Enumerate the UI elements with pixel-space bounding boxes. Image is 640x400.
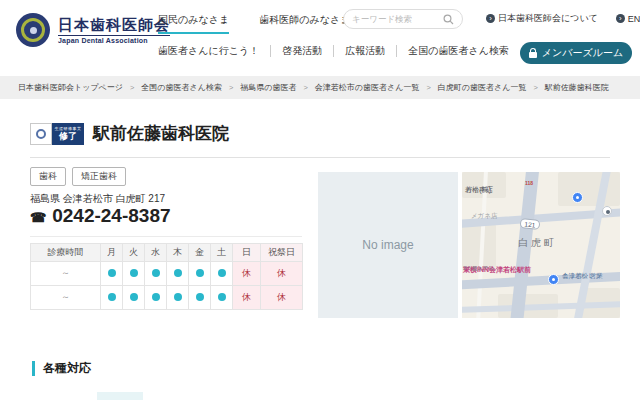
training-completion-badge: 生涯研修事業 修了 bbox=[30, 123, 84, 145]
phone-icon bbox=[30, 205, 46, 227]
map-district-label: 白虎町 bbox=[518, 236, 557, 250]
hours-row: ～ 休 休 bbox=[31, 286, 303, 310]
jda-emblem-icon bbox=[16, 13, 50, 47]
no-image-label: No image bbox=[362, 238, 413, 252]
hours-time-cell: ～ bbox=[31, 262, 101, 286]
lock-icon bbox=[529, 52, 537, 58]
hours-header: 診療時間 bbox=[31, 244, 101, 262]
map-route-118-label: 118 bbox=[525, 180, 533, 186]
open-dot-icon bbox=[174, 269, 182, 277]
primary-nav: 国民のみなさま 歯科医師のみなさま bbox=[158, 13, 350, 34]
hours-header: 木 bbox=[167, 244, 189, 262]
badge-emblem-circle bbox=[36, 129, 46, 139]
open-cell bbox=[167, 262, 189, 286]
breadcrumb-link-city[interactable]: 会津若松市の歯医者さん一覧 bbox=[315, 82, 420, 93]
nav-divider bbox=[396, 45, 397, 57]
members-room-label: メンバーズルーム bbox=[542, 46, 623, 60]
hours-header: 土 bbox=[211, 244, 233, 262]
open-dot-icon bbox=[218, 293, 226, 301]
section-title: 各種対応 bbox=[43, 360, 91, 377]
breadcrumb-separator: > bbox=[229, 83, 233, 92]
breadcrumb-link-town[interactable]: 白虎町の歯医者さん一覧 bbox=[438, 82, 527, 93]
map-poi-icon[interactable] bbox=[548, 274, 559, 285]
site-header: 日本歯科医師会 Japan Dental Association 国民のみなさま… bbox=[0, 0, 640, 76]
members-room-button[interactable]: メンバーズルーム bbox=[520, 42, 632, 64]
hours-row: ～ 休 休 bbox=[31, 262, 303, 286]
hours-header: 水 bbox=[145, 244, 167, 262]
english-link-label: ENGLISH bbox=[628, 14, 640, 24]
hours-header: 月 bbox=[101, 244, 123, 262]
phone-number: 0242-24-8387 bbox=[52, 205, 170, 227]
search-input[interactable] bbox=[352, 14, 438, 24]
logo-subtitle: Japan Dental Association bbox=[58, 35, 170, 44]
section-accent-bar bbox=[32, 361, 35, 376]
title-divider bbox=[30, 157, 610, 158]
map-optician-sub-label: メガネ店 bbox=[471, 212, 497, 221]
breadcrumb-separator: > bbox=[303, 83, 307, 92]
open-cell bbox=[189, 286, 211, 310]
hours-header: 火 bbox=[123, 244, 145, 262]
department-tags: 歯科 矯正歯科 bbox=[30, 167, 126, 186]
breadcrumb-separator: > bbox=[130, 83, 134, 92]
nav-awareness[interactable]: 啓発活動 bbox=[282, 44, 322, 58]
search-icon[interactable] bbox=[443, 14, 454, 25]
search-box[interactable] bbox=[343, 9, 463, 29]
open-dot-icon bbox=[108, 269, 116, 277]
map-poi-icon[interactable] bbox=[602, 206, 612, 216]
breadcrumb-link-home[interactable]: 日本歯科医師会トップページ bbox=[18, 82, 123, 93]
open-dot-icon bbox=[218, 269, 226, 277]
utility-links: 日本歯科医師会について ENGLISH bbox=[486, 12, 640, 25]
breadcrumb: 日本歯科医師会トップページ > 全国の歯医者さん検索 > 福島県の歯医者 > 会… bbox=[0, 76, 640, 99]
about-link[interactable]: 日本歯科医師会について bbox=[486, 12, 598, 25]
open-cell bbox=[123, 262, 145, 286]
hours-table: 診療時間 月 火 水 木 金 土 日 祝祭日 ～ 休 休 ～ bbox=[30, 243, 303, 310]
nav-divider bbox=[333, 45, 334, 57]
open-dot-icon bbox=[108, 293, 116, 301]
circle-arrow-icon bbox=[486, 14, 495, 23]
jda-emblem-ring bbox=[21, 18, 45, 42]
open-dot-icon bbox=[130, 269, 138, 277]
tab-public[interactable]: 国民のみなさま bbox=[158, 13, 229, 34]
map-embed[interactable]: 118 ガネ(株) 若松本店 メガネ店 121 白虎町 東横INN会津若松駅前 … bbox=[462, 172, 620, 318]
open-cell bbox=[211, 262, 233, 286]
breadcrumb-link-prefecture[interactable]: 福島県の歯医者 bbox=[240, 82, 296, 93]
open-cell bbox=[145, 286, 167, 310]
map-route-badge: 121 bbox=[520, 218, 541, 230]
clinic-address: 福島県 会津若松市 白虎町 217 bbox=[30, 192, 165, 206]
breadcrumb-link-search[interactable]: 全国の歯医者さん検索 bbox=[141, 82, 222, 93]
breadcrumb-current: 駅前佐藤歯科医院 bbox=[545, 82, 609, 93]
hours-header-row: 診療時間 月 火 水 木 金 土 日 祝祭日 bbox=[31, 244, 303, 262]
open-cell bbox=[101, 262, 123, 286]
open-cell bbox=[101, 286, 123, 310]
open-cell bbox=[145, 262, 167, 286]
open-cell bbox=[167, 286, 189, 310]
tag-dental: 歯科 bbox=[30, 167, 66, 186]
closed-cell: 休 bbox=[261, 262, 303, 286]
map-block bbox=[558, 172, 620, 206]
map-poi-icon[interactable] bbox=[572, 192, 583, 203]
nav-divider bbox=[270, 45, 271, 57]
support-section-header: 各種対応 bbox=[32, 360, 91, 377]
open-cell bbox=[189, 262, 211, 286]
page: 日本歯科医師会 Japan Dental Association 国民のみなさま… bbox=[0, 0, 640, 400]
hours-header: 金 bbox=[189, 244, 211, 262]
open-dot-icon bbox=[196, 293, 204, 301]
secondary-nav: 歯医者さんに行こう！ 啓発活動 広報活動 全国の歯医者さん検索 bbox=[158, 44, 509, 58]
support-table-partial bbox=[97, 392, 143, 400]
badge-emblem-icon bbox=[30, 123, 52, 145]
clinic-header: 生涯研修事業 修了 駅前佐藤歯科医院 bbox=[30, 122, 229, 145]
logo-title: 日本歯科医師会 bbox=[58, 16, 170, 34]
nav-dentist-search[interactable]: 全国の歯医者さん検索 bbox=[408, 44, 509, 58]
nav-pr[interactable]: 広報活動 bbox=[345, 44, 385, 58]
open-dot-icon bbox=[174, 293, 182, 301]
open-cell bbox=[123, 286, 145, 310]
tab-dentists[interactable]: 歯科医師のみなさま bbox=[259, 13, 350, 34]
badge-line1: 生涯研修事業 bbox=[55, 127, 82, 131]
badge-line2: 修了 bbox=[59, 132, 77, 141]
nav-go-to-dentist[interactable]: 歯医者さんに行こう！ bbox=[158, 44, 259, 58]
open-dot-icon bbox=[196, 269, 204, 277]
jda-emblem-core bbox=[30, 27, 37, 34]
clinic-photo-placeholder: No image bbox=[318, 172, 458, 318]
site-logo[interactable]: 日本歯科医師会 Japan Dental Association bbox=[16, 13, 170, 47]
english-link[interactable]: ENGLISH bbox=[616, 14, 640, 24]
